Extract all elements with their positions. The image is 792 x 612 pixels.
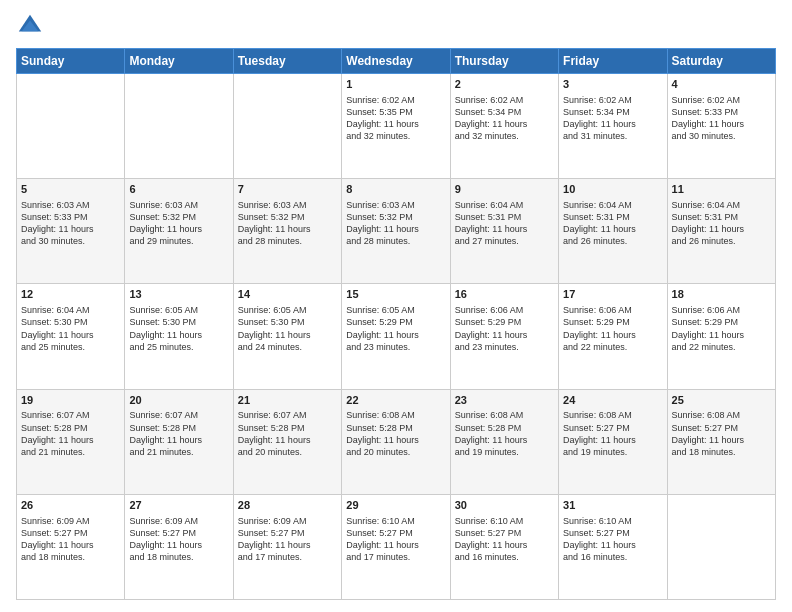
day-info-line: Sunset: 5:27 PM <box>563 527 662 539</box>
day-info-line: Daylight: 11 hours <box>563 223 662 235</box>
day-number: 19 <box>21 393 120 408</box>
calendar-table: SundayMondayTuesdayWednesdayThursdayFrid… <box>16 48 776 600</box>
day-number: 6 <box>129 182 228 197</box>
calendar-cell <box>233 74 341 179</box>
day-info-line: Sunset: 5:34 PM <box>455 106 554 118</box>
day-info-line: Daylight: 11 hours <box>346 118 445 130</box>
day-info-line: Daylight: 11 hours <box>563 434 662 446</box>
day-info-line: Sunrise: 6:06 AM <box>455 304 554 316</box>
day-info-line: Sunset: 5:33 PM <box>21 211 120 223</box>
day-number: 1 <box>346 77 445 92</box>
day-info-line: Sunrise: 6:03 AM <box>346 199 445 211</box>
calendar-cell: 11Sunrise: 6:04 AMSunset: 5:31 PMDayligh… <box>667 179 775 284</box>
day-info-line: Daylight: 11 hours <box>238 434 337 446</box>
day-info-line: Sunset: 5:28 PM <box>21 422 120 434</box>
calendar-cell: 2Sunrise: 6:02 AMSunset: 5:34 PMDaylight… <box>450 74 558 179</box>
day-info-line: and 32 minutes. <box>455 130 554 142</box>
day-info-line: Sunrise: 6:09 AM <box>21 515 120 527</box>
day-info-line: Sunset: 5:28 PM <box>129 422 228 434</box>
day-info-line: and 29 minutes. <box>129 235 228 247</box>
calendar-header-tuesday: Tuesday <box>233 49 341 74</box>
day-info-line: and 24 minutes. <box>238 341 337 353</box>
day-info-line: Sunrise: 6:08 AM <box>346 409 445 421</box>
calendar-cell: 29Sunrise: 6:10 AMSunset: 5:27 PMDayligh… <box>342 494 450 599</box>
day-number: 17 <box>563 287 662 302</box>
day-info-line: Sunrise: 6:02 AM <box>455 94 554 106</box>
logo <box>16 12 48 40</box>
day-number: 21 <box>238 393 337 408</box>
calendar-week-row: 19Sunrise: 6:07 AMSunset: 5:28 PMDayligh… <box>17 389 776 494</box>
calendar-header-monday: Monday <box>125 49 233 74</box>
day-number: 7 <box>238 182 337 197</box>
calendar-cell: 12Sunrise: 6:04 AMSunset: 5:30 PMDayligh… <box>17 284 125 389</box>
day-info-line: and 22 minutes. <box>672 341 771 353</box>
day-info-line: Sunset: 5:31 PM <box>672 211 771 223</box>
day-info-line: Sunset: 5:27 PM <box>129 527 228 539</box>
day-info-line: Sunrise: 6:09 AM <box>238 515 337 527</box>
day-number: 22 <box>346 393 445 408</box>
day-info-line: Sunrise: 6:08 AM <box>563 409 662 421</box>
day-info-line: Sunset: 5:27 PM <box>21 527 120 539</box>
day-info-line: Sunset: 5:30 PM <box>21 316 120 328</box>
day-info-line: Sunset: 5:28 PM <box>455 422 554 434</box>
day-info-line: Sunset: 5:28 PM <box>346 422 445 434</box>
day-info-line: and 32 minutes. <box>346 130 445 142</box>
day-info-line: Sunset: 5:30 PM <box>238 316 337 328</box>
day-info-line: Daylight: 11 hours <box>346 539 445 551</box>
day-info-line: Daylight: 11 hours <box>346 329 445 341</box>
day-info-line: and 31 minutes. <box>563 130 662 142</box>
day-info-line: and 18 minutes. <box>21 551 120 563</box>
day-info-line: Daylight: 11 hours <box>21 329 120 341</box>
day-info-line: Daylight: 11 hours <box>129 223 228 235</box>
day-info-line: and 16 minutes. <box>563 551 662 563</box>
calendar-cell: 10Sunrise: 6:04 AMSunset: 5:31 PMDayligh… <box>559 179 667 284</box>
day-info-line: Daylight: 11 hours <box>455 118 554 130</box>
calendar-week-row: 12Sunrise: 6:04 AMSunset: 5:30 PMDayligh… <box>17 284 776 389</box>
calendar-header-thursday: Thursday <box>450 49 558 74</box>
day-number: 23 <box>455 393 554 408</box>
calendar-cell <box>17 74 125 179</box>
calendar-cell: 23Sunrise: 6:08 AMSunset: 5:28 PMDayligh… <box>450 389 558 494</box>
day-info-line: and 18 minutes. <box>129 551 228 563</box>
day-info-line: Sunset: 5:27 PM <box>563 422 662 434</box>
day-number: 13 <box>129 287 228 302</box>
day-info-line: Sunrise: 6:10 AM <box>563 515 662 527</box>
day-info-line: Sunset: 5:34 PM <box>563 106 662 118</box>
page: SundayMondayTuesdayWednesdayThursdayFrid… <box>0 0 792 612</box>
day-info-line: Sunset: 5:32 PM <box>346 211 445 223</box>
day-info-line: Sunset: 5:27 PM <box>346 527 445 539</box>
calendar-header-saturday: Saturday <box>667 49 775 74</box>
day-info-line: and 30 minutes. <box>21 235 120 247</box>
calendar-cell: 26Sunrise: 6:09 AMSunset: 5:27 PMDayligh… <box>17 494 125 599</box>
day-info-line: Daylight: 11 hours <box>672 223 771 235</box>
logo-icon <box>16 12 44 40</box>
day-info-line: Sunrise: 6:07 AM <box>238 409 337 421</box>
day-info-line: Sunrise: 6:08 AM <box>672 409 771 421</box>
day-info-line: Sunset: 5:29 PM <box>346 316 445 328</box>
calendar-header-friday: Friday <box>559 49 667 74</box>
day-info-line: Sunset: 5:31 PM <box>455 211 554 223</box>
day-number: 29 <box>346 498 445 513</box>
day-number: 9 <box>455 182 554 197</box>
day-info-line: and 20 minutes. <box>238 446 337 458</box>
day-number: 26 <box>21 498 120 513</box>
calendar-cell: 3Sunrise: 6:02 AMSunset: 5:34 PMDaylight… <box>559 74 667 179</box>
day-info-line: Sunset: 5:29 PM <box>455 316 554 328</box>
calendar-cell: 20Sunrise: 6:07 AMSunset: 5:28 PMDayligh… <box>125 389 233 494</box>
day-info-line: Daylight: 11 hours <box>672 434 771 446</box>
day-info-line: Sunrise: 6:05 AM <box>129 304 228 316</box>
calendar-cell: 22Sunrise: 6:08 AMSunset: 5:28 PMDayligh… <box>342 389 450 494</box>
day-info-line: Sunrise: 6:02 AM <box>563 94 662 106</box>
day-info-line: Daylight: 11 hours <box>346 434 445 446</box>
day-info-line: Daylight: 11 hours <box>563 539 662 551</box>
day-info-line: Daylight: 11 hours <box>129 539 228 551</box>
day-info-line: and 26 minutes. <box>672 235 771 247</box>
day-info-line: Sunrise: 6:04 AM <box>455 199 554 211</box>
day-info-line: and 21 minutes. <box>21 446 120 458</box>
day-info-line: Daylight: 11 hours <box>672 329 771 341</box>
day-info-line: Sunrise: 6:05 AM <box>238 304 337 316</box>
day-info-line: Daylight: 11 hours <box>346 223 445 235</box>
day-number: 31 <box>563 498 662 513</box>
calendar-cell: 13Sunrise: 6:05 AMSunset: 5:30 PMDayligh… <box>125 284 233 389</box>
day-info-line: Sunrise: 6:10 AM <box>455 515 554 527</box>
